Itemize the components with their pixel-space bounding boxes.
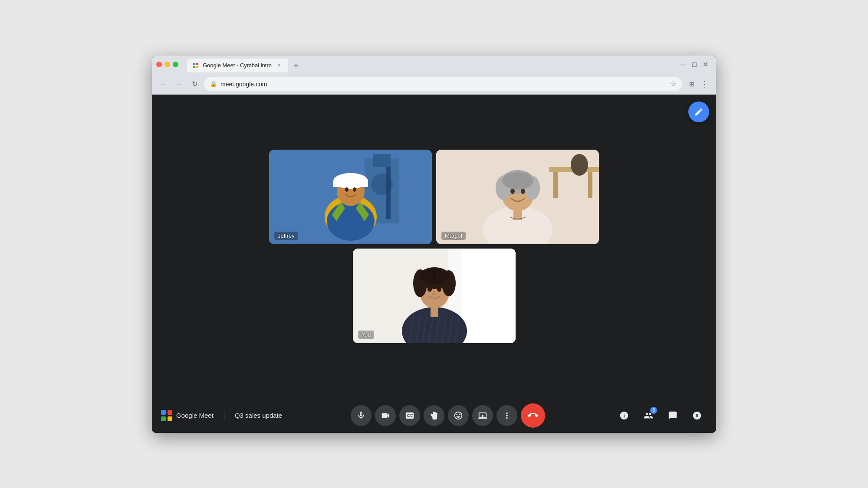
you-video-bg (353, 249, 516, 343)
more-options-button[interactable] (496, 405, 517, 426)
title-maximize-icon[interactable]: □ (692, 61, 697, 69)
camera-button[interactable] (375, 405, 396, 426)
svg-rect-8 (386, 167, 391, 219)
svg-rect-54 (161, 416, 166, 421)
chat-icon (668, 411, 677, 420)
svg-point-21 (571, 154, 588, 176)
active-tab[interactable]: Google Meet - Cymbal intro × (187, 59, 288, 72)
url-text: meet.google.com (220, 81, 667, 88)
mic-button[interactable] (351, 405, 372, 426)
margot-video-bg (436, 150, 599, 244)
new-tab-button[interactable]: + (290, 60, 302, 72)
title-bar-controls: — □ ✕ (679, 60, 712, 69)
more-options-button[interactable]: ⋮ (699, 78, 711, 90)
svg-point-28 (510, 189, 515, 194)
window-close-btn[interactable]: × (156, 62, 162, 67)
end-call-icon (526, 408, 540, 423)
browser-window: × – + Google Meet - Cymbal intro × (152, 56, 716, 433)
window-minimize-btn[interactable]: – (164, 62, 170, 67)
svg-rect-0 (193, 63, 195, 65)
svg-point-29 (521, 189, 525, 194)
meet-logo-icon (161, 409, 173, 422)
svg-rect-19 (553, 172, 558, 198)
title-close-icon[interactable]: ✕ (703, 60, 708, 69)
meet-content: Jeffrey (152, 95, 716, 433)
captions-icon (405, 411, 414, 420)
you-name-label: You (358, 331, 375, 339)
svg-point-15 (353, 187, 356, 192)
video-tile-margot: Margot (436, 150, 599, 244)
tab-favicon (192, 62, 199, 69)
svg-rect-52 (161, 410, 166, 415)
margot-name-label: Margot (441, 232, 466, 240)
svg-rect-1 (196, 63, 198, 65)
address-bar-actions: ⊞ ⋮ (686, 78, 711, 90)
reload-button[interactable]: ↻ (188, 78, 201, 90)
jeffrey-name-label: Jeffrey (274, 232, 298, 240)
tab-close-btn[interactable]: × (275, 62, 283, 69)
participant-count-badge: 3 (650, 407, 657, 414)
tab-bar: Google Meet - Cymbal intro × + (184, 57, 306, 72)
people-button[interactable]: 3 (638, 405, 659, 426)
svg-rect-55 (168, 416, 172, 421)
top-video-row: Jeffrey (269, 150, 599, 244)
toolbar-center (282, 403, 614, 428)
google-meet-logo: Google Meet (161, 409, 214, 422)
meeting-name-label: Q3 sales update (235, 412, 282, 419)
address-bar-row: ← → ↻ 🔒 meet.google.com ☆ ⊞ ⋮ (152, 74, 716, 95)
mic-icon (356, 411, 366, 420)
jeffrey-scene (269, 150, 432, 244)
present-icon (478, 411, 487, 420)
svg-point-51 (437, 287, 441, 291)
bookmark-star-icon[interactable]: ☆ (670, 80, 676, 88)
svg-point-50 (427, 287, 432, 291)
chat-button[interactable] (662, 405, 683, 426)
svg-rect-6 (373, 154, 391, 167)
title-minimize-icon[interactable]: — (679, 61, 686, 69)
end-call-button[interactable] (521, 403, 545, 428)
activities-button[interactable] (687, 405, 707, 426)
info-icon (619, 411, 629, 420)
svg-rect-20 (588, 172, 592, 198)
toolbar-divider (224, 410, 224, 421)
hand-icon (429, 411, 439, 420)
captions-button[interactable] (399, 405, 420, 426)
svg-point-10 (327, 202, 375, 241)
toolbar-right: 3 (614, 405, 707, 426)
window-controls: × – + (156, 62, 178, 67)
back-button[interactable]: ← (157, 78, 169, 90)
edit-notes-button[interactable] (688, 102, 709, 122)
forward-button[interactable]: → (173, 78, 185, 90)
extensions-button[interactable]: ⊞ (686, 78, 698, 90)
address-bar[interactable]: 🔒 meet.google.com ☆ (204, 77, 682, 91)
pencil-icon (694, 107, 704, 117)
svg-rect-3 (196, 66, 198, 68)
more-vert-icon (502, 411, 512, 420)
present-button[interactable] (472, 405, 493, 426)
svg-point-27 (502, 172, 533, 190)
window-maximize-btn[interactable]: + (173, 62, 178, 67)
lock-icon: 🔒 (210, 81, 217, 87)
bottom-video-row: You (353, 249, 516, 343)
video-grid: Jeffrey (152, 95, 716, 398)
activities-icon (692, 411, 702, 420)
title-bar: × – + Google Meet - Cymbal intro × (152, 56, 716, 74)
meet-toolbar: Google Meet Q3 sales update (152, 398, 716, 433)
video-tile-jeffrey: Jeffrey (269, 150, 432, 244)
svg-rect-13 (333, 181, 368, 187)
jeffrey-video-bg (269, 150, 432, 244)
browser-chrome: × – + Google Meet - Cymbal intro × (152, 56, 716, 95)
emoji-icon (454, 411, 463, 420)
raise-hand-button[interactable] (424, 405, 444, 426)
svg-rect-2 (193, 66, 195, 68)
you-scene (353, 249, 516, 343)
margot-scene (436, 150, 599, 244)
svg-rect-33 (461, 249, 516, 343)
toolbar-left: Google Meet Q3 sales update (161, 409, 282, 422)
emoji-button[interactable] (448, 405, 469, 426)
video-tile-you: You (353, 249, 516, 343)
svg-rect-53 (168, 410, 172, 415)
tab-title: Google Meet - Cymbal intro (203, 62, 272, 69)
info-button[interactable] (614, 405, 635, 426)
camera-icon (381, 411, 390, 420)
